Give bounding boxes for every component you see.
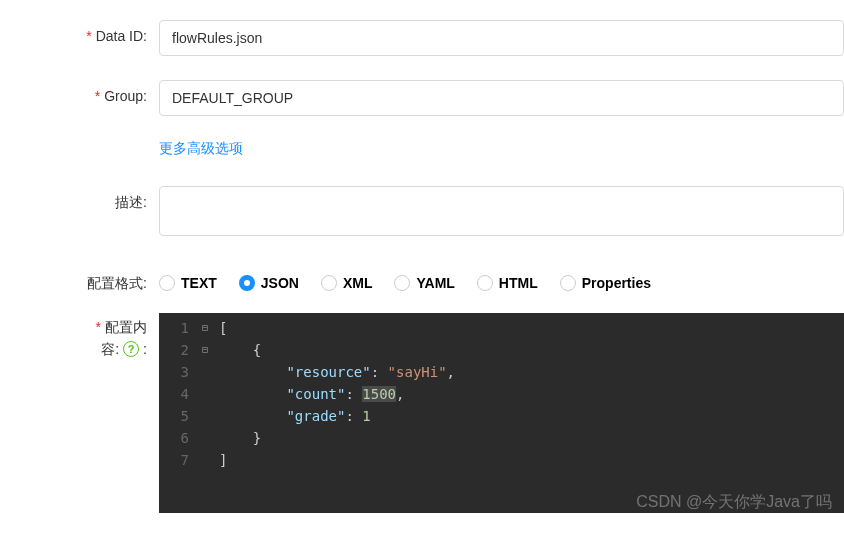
radio-label: TEXT xyxy=(181,275,217,291)
radio-properties[interactable]: Properties xyxy=(560,275,651,291)
data-id-label: *Data ID: xyxy=(0,20,155,44)
more-options-link[interactable]: 更多高级选项 xyxy=(159,140,243,158)
code-line: 1⊟[ xyxy=(159,317,844,339)
radio-label: XML xyxy=(343,275,373,291)
radio-circle-icon xyxy=(560,275,576,291)
code-text: ] xyxy=(213,449,227,471)
code-line: 3 "resource": "sayHi", xyxy=(159,361,844,383)
line-number: 3 xyxy=(159,361,197,383)
required-marker: * xyxy=(86,28,91,44)
required-marker: * xyxy=(95,88,100,104)
fold-toggle-icon[interactable]: ⊟ xyxy=(197,317,213,339)
fold-toggle-icon[interactable]: ⊟ xyxy=(197,339,213,361)
config-content-editor[interactable]: 1⊟[2⊟ {3 "resource": "sayHi",4 "count": … xyxy=(159,313,844,513)
radio-circle-icon xyxy=(321,275,337,291)
description-input[interactable] xyxy=(159,186,844,236)
line-number: 5 xyxy=(159,405,197,427)
radio-label: HTML xyxy=(499,275,538,291)
radio-label: JSON xyxy=(261,275,299,291)
code-line: 4 "count": 1500, xyxy=(159,383,844,405)
group-input[interactable] xyxy=(159,80,844,116)
radio-text[interactable]: TEXT xyxy=(159,275,217,291)
config-content-row: *配置内 容: ? : 1⊟[2⊟ {3 "resource": "sayHi"… xyxy=(0,313,844,513)
data-id-input[interactable] xyxy=(159,20,844,56)
line-number: 2 xyxy=(159,339,197,361)
required-marker: * xyxy=(96,319,101,335)
code-text: [ xyxy=(213,317,227,339)
description-label: 描述: xyxy=(0,186,155,212)
radio-circle-icon xyxy=(239,275,255,291)
radio-circle-icon xyxy=(394,275,410,291)
radio-yaml[interactable]: YAML xyxy=(394,275,454,291)
code-line: 6 } xyxy=(159,427,844,449)
radio-xml[interactable]: XML xyxy=(321,275,373,291)
line-number: 4 xyxy=(159,383,197,405)
group-label: *Group: xyxy=(0,80,155,104)
radio-html[interactable]: HTML xyxy=(477,275,538,291)
line-number: 1 xyxy=(159,317,197,339)
line-number: 7 xyxy=(159,449,197,471)
radio-circle-icon xyxy=(159,275,175,291)
config-format-label: 配置格式: xyxy=(0,267,155,293)
radio-label: Properties xyxy=(582,275,651,291)
radio-label: YAML xyxy=(416,275,454,291)
code-text: "resource": "sayHi", xyxy=(213,361,455,383)
radio-json[interactable]: JSON xyxy=(239,275,299,291)
code-line: 7] xyxy=(159,449,844,471)
line-number: 6 xyxy=(159,427,197,449)
config-format-row: 配置格式: TEXTJSONXMLYAMLHTMLProperties xyxy=(0,267,844,293)
help-icon[interactable]: ? xyxy=(123,341,139,357)
code-text: "grade": 1 xyxy=(213,405,371,427)
more-options-row: 更多高级选项 xyxy=(0,140,844,158)
config-format-radio-group: TEXTJSONXMLYAMLHTMLProperties xyxy=(159,267,844,291)
data-id-row: *Data ID: xyxy=(0,20,844,56)
code-text: } xyxy=(213,427,261,449)
radio-circle-icon xyxy=(477,275,493,291)
code-text: "count": 1500, xyxy=(213,383,404,405)
code-text: { xyxy=(213,339,261,361)
group-row: *Group: xyxy=(0,80,844,116)
code-line: 2⊟ { xyxy=(159,339,844,361)
code-line: 5 "grade": 1 xyxy=(159,405,844,427)
description-row: 描述: xyxy=(0,186,844,239)
config-content-label: *配置内 容: ? : xyxy=(0,313,155,359)
